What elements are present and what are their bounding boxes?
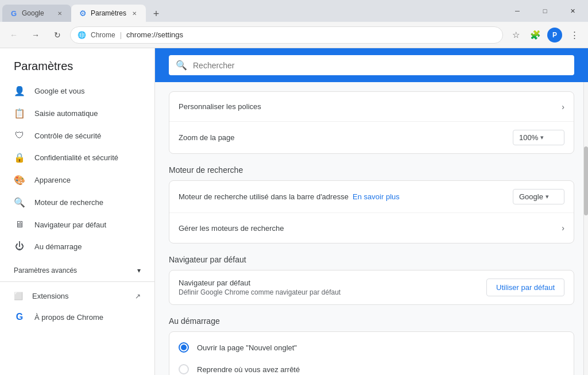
scrollbar-track[interactable] <box>583 48 588 375</box>
maximize-button[interactable]: □ <box>532 2 558 20</box>
search-engine-value: Google <box>519 192 543 201</box>
sidebar-security-label: Contrôle de sécurité <box>34 132 101 140</box>
extensions-button[interactable]: 🧩 <box>526 26 544 44</box>
bookmark-button[interactable]: ☆ <box>506 26 525 44</box>
address-separator: | <box>120 30 122 39</box>
person-icon: 👤 <box>14 86 25 96</box>
google-favicon: G <box>9 9 18 18</box>
chevron-down-icon: ▾ <box>137 266 141 275</box>
sidebar-item-security[interactable]: 🛡 Contrôle de sécurité <box>0 125 154 146</box>
search-input[interactable] <box>193 61 567 70</box>
avatar-button[interactable]: P <box>546 26 564 44</box>
zoom-label: Zoom de la page <box>179 133 513 142</box>
default-search-row: Moteur de recherche utilisé dans la barr… <box>169 181 574 213</box>
search-bar[interactable]: 🔍 <box>169 55 574 75</box>
startup-icon: ⏻ <box>14 241 25 252</box>
startup-new-tab-label: Ouvrir la page "Nouvel onglet" <box>197 343 297 352</box>
settings-content: 🔍 Personnaliser les polices › Zoom de la… <box>155 48 588 375</box>
default-browser-section-title: Navigateur par défaut <box>169 255 574 264</box>
radio-new-tab[interactable] <box>179 342 189 353</box>
address-bar[interactable]: 🌐 Chrome | chrome://settings <box>70 26 503 44</box>
startup-option-continue[interactable]: Reprendre où vous avez arrêté <box>179 358 564 375</box>
sidebar-item-default-browser[interactable]: 🖥 Navigateur par défaut <box>0 214 154 235</box>
sidebar-title: Paramètres <box>0 48 154 80</box>
address-chrome-label: Chrome <box>91 31 115 39</box>
appearance-card: Personnaliser les polices › Zoom de la p… <box>169 91 574 154</box>
reload-button[interactable]: ↻ <box>48 26 67 44</box>
manage-search-label: Gérer les moteurs de recherche <box>179 224 562 233</box>
default-browser-card: Navigateur par défaut Définir Google Chr… <box>169 270 574 305</box>
sidebar-startup-label: Au démarrage <box>34 242 82 251</box>
sidebar-appearance-label: Apparence <box>34 176 71 184</box>
customize-fonts-label: Personnaliser les polices <box>179 102 562 111</box>
sidebar-google-label: Google et vous <box>34 87 84 95</box>
startup-continue-label: Reprendre où vous avez arrêté <box>197 365 300 374</box>
startup-card: Ouvrir la page "Nouvel onglet" Reprendre… <box>169 331 574 375</box>
sidebar-item-search[interactable]: 🔍 Moteur de recherche <box>0 191 154 214</box>
default-browser-main-label: Navigateur par défaut <box>179 279 486 287</box>
sidebar-item-privacy[interactable]: 🔒 Confidentialité et sécurité <box>0 146 154 169</box>
sidebar-item-appearance[interactable]: 🎨 Apparence <box>0 169 154 191</box>
tab-settings-label: Paramètres <box>91 9 126 17</box>
sidebar-extensions-label: Extensions <box>32 292 69 300</box>
search-engine-dropdown[interactable]: Google ▾ <box>513 189 564 204</box>
tab-google[interactable]: G Google ✕ <box>2 5 71 22</box>
external-link-icon: ↗ <box>135 292 141 300</box>
close-button[interactable]: ✕ <box>559 2 586 20</box>
sidebar-privacy-label: Confidentialité et sécurité <box>34 153 118 162</box>
tab-google-close[interactable]: ✕ <box>55 9 64 18</box>
search-engine-section-title: Moteur de recherche <box>169 165 574 175</box>
startup-option-new-tab[interactable]: Ouvrir la page "Nouvel onglet" <box>179 337 564 358</box>
address-url: chrome://settings <box>126 30 496 39</box>
default-browser-sub-label: Définir Google Chrome comme navigateur p… <box>179 288 486 296</box>
tab-settings[interactable]: ⚙ Paramètres ✕ <box>71 5 146 22</box>
menu-button[interactable]: ⋮ <box>565 26 583 44</box>
sidebar-search-label: Moteur de recherche <box>34 198 103 207</box>
dropdown-arrow-icon: ▾ <box>540 134 544 141</box>
sidebar-extensions[interactable]: ⬜ Extensions ↗ <box>0 286 154 306</box>
scrollbar-thumb[interactable] <box>584 146 588 215</box>
dropdown-arrow-icon2: ▾ <box>546 193 549 200</box>
chevron-right-icon2: › <box>562 223 564 233</box>
search-bar-container: 🔍 <box>155 48 588 82</box>
default-browser-row: Navigateur par défaut Définir Google Chr… <box>169 270 574 304</box>
sidebar-advanced-section[interactable]: Paramètres avancés ▾ <box>0 262 154 279</box>
sidebar-item-about[interactable]: G À propos de Chrome <box>0 306 154 328</box>
startup-section-title: Au démarrage <box>169 316 574 326</box>
chevron-right-icon: › <box>562 102 564 111</box>
sidebar: Paramètres 👤 Google et vous 📋 Saisie aut… <box>0 48 155 375</box>
manage-search-row[interactable]: Gérer les moteurs de recherche › <box>169 213 574 243</box>
sidebar-item-autofill[interactable]: 📋 Saisie automatique <box>0 102 154 125</box>
startup-radio-group: Ouvrir la page "Nouvel onglet" Reprendre… <box>169 332 574 375</box>
tab-google-label: Google <box>22 9 52 17</box>
default-search-label: Moteur de recherche utilisé dans la barr… <box>179 192 513 201</box>
paint-icon: 🎨 <box>14 175 25 185</box>
use-default-button[interactable]: Utiliser par défaut <box>486 279 564 296</box>
avatar: P <box>547 28 562 42</box>
customize-fonts-row[interactable]: Personnaliser les polices › <box>169 92 574 122</box>
tab-settings-close[interactable]: ✕ <box>130 9 139 18</box>
forward-button[interactable]: → <box>26 26 45 44</box>
chrome-icon: G <box>14 312 25 322</box>
learn-more-link[interactable]: En savoir plus <box>353 192 400 201</box>
sidebar-item-google[interactable]: 👤 Google et vous <box>0 80 154 102</box>
sidebar-autofill-label: Saisie automatique <box>34 109 98 118</box>
search-bar-icon: 🔍 <box>176 60 187 71</box>
minimize-button[interactable]: ─ <box>504 2 531 20</box>
sidebar-item-startup[interactable]: ⏻ Au démarrage <box>0 235 154 257</box>
browser-icon: 🖥 <box>14 219 25 230</box>
radio-continue[interactable] <box>179 364 189 374</box>
shield-icon: 🛡 <box>14 130 25 141</box>
zoom-dropdown[interactable]: 100% ▾ <box>513 130 564 145</box>
back-button[interactable]: ← <box>5 26 23 44</box>
settings-favicon: ⚙ <box>78 9 87 18</box>
sidebar-advanced-label: Paramètres avancés <box>14 266 77 275</box>
zoom-row: Zoom de la page 100% ▾ <box>169 122 574 153</box>
zoom-value: 100% <box>519 133 538 142</box>
sidebar-default-label: Navigateur par défaut <box>34 221 106 229</box>
extensions-icon: ⬜ <box>14 292 23 300</box>
new-tab-button[interactable]: + <box>148 6 164 22</box>
secure-icon: 🌐 <box>78 31 86 39</box>
sidebar-about-label: À propos de Chrome <box>34 313 103 322</box>
lock-icon: 🔒 <box>14 152 25 163</box>
